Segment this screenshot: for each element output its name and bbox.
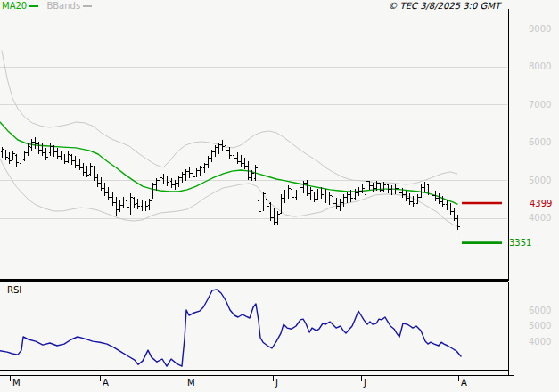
svg-text:4000: 4000 [529, 337, 551, 347]
price-axis-labels: 900080007000600050004000 [529, 24, 551, 224]
chart-window: 43993351 900080007000600050004000 600050… [0, 0, 559, 392]
svg-text:6000: 6000 [529, 137, 551, 147]
svg-text:4399: 4399 [530, 199, 552, 208]
bollinger-bands [0, 51, 457, 226]
svg-text:4000: 4000 [529, 213, 551, 223]
svg-text:J: J [275, 378, 278, 388]
svg-text:M: M [12, 378, 21, 388]
svg-text:5000: 5000 [529, 321, 551, 331]
rsi-line [0, 290, 461, 366]
legend-bbands-label: BBands [46, 1, 80, 11]
rsi-panel-title: RSI [7, 285, 21, 295]
ma20-line-swatch [29, 5, 38, 7]
svg-text:9000: 9000 [529, 24, 551, 34]
svg-text:3351: 3351 [509, 238, 531, 248]
svg-text:J: J [363, 378, 366, 388]
ohlc-bars [1, 137, 460, 231]
bbands-line-swatch [83, 5, 92, 7]
svg-text:M: M [187, 378, 195, 388]
legend-ma20-label: MA20 [2, 1, 27, 11]
svg-text:A: A [103, 378, 109, 388]
rsi-axis-labels: 600050004000 [529, 306, 551, 347]
panel-borders [0, 9, 509, 371]
svg-text:A: A [461, 378, 467, 388]
svg-text:5000: 5000 [529, 176, 551, 185]
month-axis: MAMJJA [0, 371, 514, 388]
svg-text:7000: 7000 [529, 100, 551, 110]
chart-canvas: 43993351 900080007000600050004000 600050… [0, 0, 559, 392]
copyright-text: © TEC 3/8/2025 3:0 GMT [388, 1, 500, 11]
svg-text:8000: 8000 [529, 61, 551, 71]
svg-text:6000: 6000 [529, 306, 551, 315]
chart-legend: MA20 BBands [2, 1, 97, 12]
price-gridlines [0, 29, 507, 219]
